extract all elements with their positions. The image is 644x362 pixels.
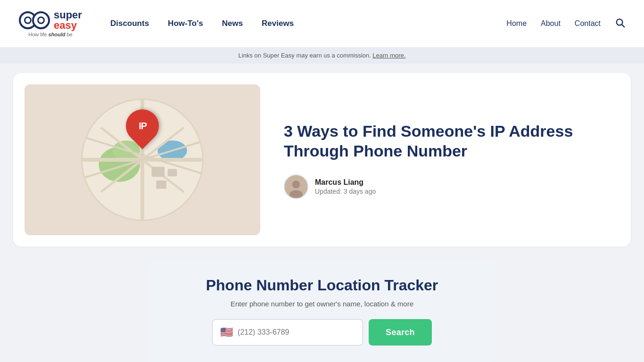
logo-icon: super easy xyxy=(19,10,82,31)
tracker-title: Phone Number Location Tracker xyxy=(166,277,478,294)
main-nav: Discounts How-To's News Reviews xyxy=(110,19,294,28)
logo-easy: easy xyxy=(54,20,82,31)
location-pin: IP xyxy=(126,109,159,142)
avatar-svg xyxy=(285,174,307,199)
nav-about[interactable]: About xyxy=(541,19,561,28)
header-left: super easy How life should be Discounts … xyxy=(19,10,294,37)
nav-reviews[interactable]: Reviews xyxy=(262,19,294,28)
map-background: IP xyxy=(25,84,260,235)
logo-inner-right xyxy=(37,16,45,24)
pin-head: IP xyxy=(119,103,166,149)
svg-rect-13 xyxy=(168,169,177,177)
svg-rect-14 xyxy=(156,181,166,189)
logo-tagline: How life should be xyxy=(28,32,73,37)
disclaimer-link[interactable]: Learn more. xyxy=(372,52,405,59)
pin-label: IP xyxy=(139,121,147,132)
author-name: Marcus Liang xyxy=(315,178,376,187)
logo-super: super xyxy=(54,10,82,20)
nav-discounts[interactable]: Discounts xyxy=(110,19,149,28)
tracker-input-row: 🇺🇸 Search xyxy=(166,319,478,346)
logo[interactable]: super easy How life should be xyxy=(19,10,82,37)
nav-howtos[interactable]: How-To's xyxy=(168,19,203,28)
nav-contact[interactable]: Contact xyxy=(575,19,601,28)
author-avatar xyxy=(284,174,308,199)
phone-input-wrap: 🇺🇸 xyxy=(212,319,363,346)
disclaimer-text: Links on Super Easy may earn us a commis… xyxy=(239,52,371,59)
nav-news[interactable]: News xyxy=(222,19,243,28)
tagline-prefix: How life xyxy=(28,32,48,37)
tracker-section: Phone Number Location Tracker Enter phon… xyxy=(148,260,496,362)
logo-text: super easy xyxy=(54,10,82,31)
article-title: 3 Ways to Find Someone's IP Address Thro… xyxy=(284,121,612,161)
phone-input[interactable] xyxy=(238,328,355,337)
svg-line-1 xyxy=(622,25,624,27)
nav-home[interactable]: Home xyxy=(506,19,527,28)
tagline-suffix: be xyxy=(65,32,72,37)
author-row: Marcus Liang Updated: 3 days ago xyxy=(284,174,612,199)
main-content: IP 3 Ways to Find Someone's IP Address T… xyxy=(0,64,644,362)
svg-point-17 xyxy=(289,190,303,198)
article-image: IP xyxy=(25,84,260,235)
disclaimer-bar: Links on Super Easy may earn us a commis… xyxy=(0,47,644,64)
logo-circle-right xyxy=(32,11,50,29)
search-icon[interactable] xyxy=(615,17,625,30)
tagline-em: should xyxy=(48,32,65,37)
header: super easy How life should be Discounts … xyxy=(0,0,644,47)
svg-point-16 xyxy=(292,181,300,189)
logo-inner-left xyxy=(24,16,32,24)
search-button[interactable]: Search xyxy=(369,319,432,346)
tracker-subtitle: Enter phone number to get owner's name, … xyxy=(166,300,478,308)
flag-icon: 🇺🇸 xyxy=(220,326,233,338)
article-info: 3 Ways to Find Someone's IP Address Thro… xyxy=(284,121,612,199)
svg-rect-12 xyxy=(152,167,165,177)
author-updated: Updated: 3 days ago xyxy=(315,188,376,195)
header-right: Home About Contact xyxy=(506,17,625,30)
article-card: IP 3 Ways to Find Someone's IP Address T… xyxy=(13,73,631,247)
map-circle: IP xyxy=(81,99,204,221)
author-meta: Marcus Liang Updated: 3 days ago xyxy=(315,178,376,195)
logo-circles xyxy=(19,11,50,29)
